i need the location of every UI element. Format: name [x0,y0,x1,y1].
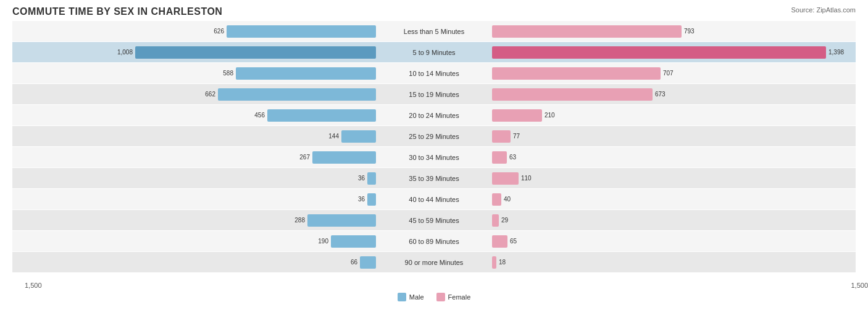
female-bar [492,235,507,248]
row-label: 40 to 44 Minutes [378,196,490,203]
male-value: 36 [358,196,365,203]
female-bar [492,193,501,206]
chart-container: COMMUTE TIME BY SEX IN CHARLESTON Source… [0,0,868,323]
male-bar [367,172,376,185]
male-value: 1,008 [117,49,133,56]
female-bar [492,214,499,227]
bar-row: 144 25 to 29 Minutes 77 [12,126,856,146]
female-value: 707 [663,70,674,77]
female-bar [492,88,653,101]
male-bar [218,88,376,101]
female-value: 793 [684,28,695,35]
right-section: 18 [490,252,856,272]
legend-female-label: Female [448,293,471,301]
left-section: 1,008 [12,42,378,62]
bar-row: 267 30 to 34 Minutes 63 [12,147,856,167]
female-value: 40 [504,196,511,203]
bar-row: 36 40 to 44 Minutes 40 [12,189,856,209]
legend-female: Female [436,293,471,301]
female-value: 29 [501,217,508,224]
bar-row: 456 20 to 24 Minutes 210 [12,105,856,125]
female-bar [492,109,542,122]
bar-row: 190 60 to 89 Minutes 65 [12,231,856,251]
right-section: 63 [490,147,856,167]
axis-left: 1,500 [25,282,391,289]
left-section: 36 [12,189,378,209]
female-bar [492,67,661,80]
left-section: 267 [12,147,378,167]
male-bar [331,235,376,248]
male-bar [307,214,376,227]
row-label: 45 to 59 Minutes [378,217,490,224]
male-bar [236,67,376,80]
left-section: 662 [12,84,378,104]
right-section: 210 [490,105,856,125]
bar-row: 662 15 to 19 Minutes 673 [12,84,856,104]
male-bar [367,193,376,206]
legend-male-box [398,293,406,301]
row-label: 60 to 89 Minutes [378,238,490,245]
right-section: 673 [490,84,856,104]
left-section: 144 [12,126,378,146]
row-label: 90 or more Minutes [378,259,490,266]
female-bar [492,151,507,164]
row-label: 30 to 34 Minutes [378,154,490,161]
female-value: 210 [545,112,555,119]
legend: Male Female [12,293,856,301]
male-bar [267,109,376,122]
bar-row: 588 10 to 14 Minutes 707 [12,63,856,83]
male-value: 66 [351,259,357,266]
row-label: 5 to 9 Minutes [378,49,490,56]
male-bar [135,46,376,59]
axis-row: 1,500 1,500 [12,282,868,289]
left-section: 456 [12,105,378,125]
row-label: 15 to 19 Minutes [378,91,490,98]
left-section: 66 [12,252,378,272]
right-section: 65 [490,231,856,251]
male-value: 36 [358,175,365,182]
row-label: 25 to 29 Minutes [378,133,490,140]
row-label: 10 to 14 Minutes [378,70,490,77]
male-value: 662 [205,91,215,98]
bar-row: 288 45 to 59 Minutes 29 [12,210,856,230]
male-value: 190 [318,238,328,245]
row-label: 35 to 39 Minutes [378,175,490,182]
right-section: 793 [490,21,856,41]
female-value: 63 [509,154,516,161]
left-section: 626 [12,21,378,41]
male-bar [360,256,376,269]
female-value: 673 [655,91,666,98]
female-value: 65 [510,238,517,245]
source-text: Source: ZipAtlas.com [791,6,856,14]
bar-row: 36 35 to 39 Minutes 110 [12,168,856,188]
female-bar [492,172,519,185]
legend-male-label: Male [409,293,424,301]
male-value: 626 [214,28,224,35]
female-bar [492,25,682,38]
bar-row: 66 90 or more Minutes 18 [12,252,856,272]
bars-area: 626 Less than 5 Minutes 793 1,008 5 to 9… [12,21,856,280]
male-bar [341,130,376,143]
left-section: 190 [12,231,378,251]
male-value: 267 [299,154,310,161]
male-bar [227,25,376,38]
right-section: 77 [490,126,856,146]
male-value: 144 [328,133,339,140]
right-section: 40 [490,189,856,209]
bar-row: 626 Less than 5 Minutes 793 [12,21,856,41]
female-bar [492,130,511,143]
right-section: 29 [490,210,856,230]
female-value: 110 [521,175,532,182]
axis-right: 1,500 [501,282,868,289]
male-value: 588 [223,70,233,77]
left-section: 36 [12,168,378,188]
female-value: 18 [499,259,506,266]
row-label: Less than 5 Minutes [378,28,490,35]
chart-title: COMMUTE TIME BY SEX IN CHARLESTON [12,6,856,17]
row-label: 20 to 24 Minutes [378,112,490,119]
male-value: 288 [294,217,305,224]
left-section: 588 [12,63,378,83]
bar-row: 1,008 5 to 9 Minutes 1,398 [12,42,856,62]
left-section: 288 [12,210,378,230]
right-section: 110 [490,168,856,188]
